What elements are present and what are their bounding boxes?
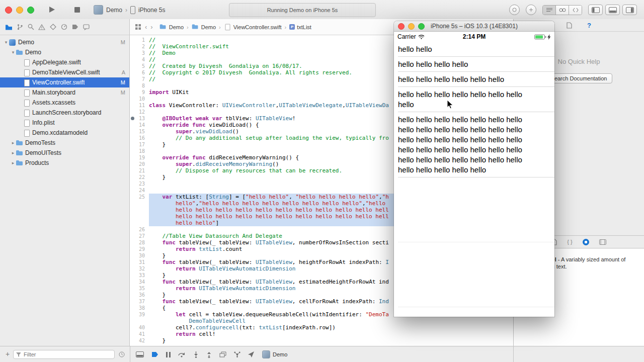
zoom-window-icon[interactable] bbox=[418, 23, 425, 30]
filter-input[interactable] bbox=[23, 351, 112, 358]
toggle-debug-button[interactable] bbox=[605, 5, 620, 15]
step-into-icon[interactable] bbox=[193, 351, 199, 358]
version-editor-button[interactable] bbox=[569, 6, 582, 15]
quick-help-inspector-icon[interactable]: ? bbox=[587, 22, 591, 29]
toggle-inspector-button[interactable] bbox=[622, 5, 637, 15]
breadcrumb-item[interactable]: Demo bbox=[192, 24, 216, 30]
dot-icon bbox=[529, 8, 533, 12]
table-cell[interactable]: hello hello hello hello hello hello hell… bbox=[394, 112, 554, 177]
cell-text: hello hello hello hello hello hello hell… bbox=[398, 135, 550, 145]
stop-button[interactable] bbox=[69, 4, 85, 15]
file-inspector-icon[interactable] bbox=[567, 22, 572, 29]
debug-navigator-icon[interactable] bbox=[60, 23, 68, 31]
go-back-button[interactable]: ‹ bbox=[145, 23, 147, 31]
breakpoints-toggle-icon[interactable] bbox=[151, 351, 158, 357]
toolbar-round-button-1[interactable] bbox=[509, 5, 520, 15]
chevron-right-icon: › bbox=[219, 24, 221, 30]
memory-graph-icon[interactable] bbox=[234, 351, 240, 357]
test-navigator-icon[interactable] bbox=[49, 23, 57, 31]
file-tree-row[interactable]: ViewController.swiftM bbox=[0, 77, 129, 87]
line-number: 24 bbox=[130, 187, 149, 194]
line-number: 2 bbox=[130, 43, 149, 50]
file-tree-row[interactable]: ▸DemoUITests bbox=[0, 148, 129, 158]
file-tree-row[interactable]: AppDelegate.swift bbox=[0, 57, 129, 67]
disclosure-triangle[interactable]: ▾ bbox=[10, 50, 16, 55]
zoom-window-icon[interactable] bbox=[27, 7, 34, 14]
debug-process-badge[interactable]: Demo bbox=[262, 350, 287, 358]
disclosure-triangle[interactable]: ▾ bbox=[3, 40, 9, 45]
code-line[interactable]: cell?.configurecell(txt: txtList[indexPa… bbox=[149, 324, 513, 331]
file-tree-row[interactable]: Demo.xcdatamodeld bbox=[0, 128, 129, 138]
issue-navigator-icon[interactable] bbox=[38, 23, 46, 31]
toolbar-round-button-2[interactable] bbox=[526, 5, 536, 15]
file-tree-row[interactable]: Main.storyboardM bbox=[0, 87, 129, 98]
file-icon bbox=[23, 59, 31, 66]
simulate-location-icon[interactable] bbox=[248, 351, 255, 357]
simulator-window[interactable]: iPhone 5s – iOS 10.3 (14E8301) Carrier 2… bbox=[394, 21, 554, 317]
code-snippet-library-icon[interactable]: { } bbox=[567, 239, 572, 245]
folder-icon bbox=[159, 24, 167, 30]
breadcrumb-item[interactable]: ViewController.swift bbox=[224, 24, 282, 30]
report-navigator-icon[interactable] bbox=[82, 23, 90, 31]
library-item-label[interactable]: Label - A variably sized amount of stati… bbox=[542, 256, 639, 270]
file-icon bbox=[23, 100, 31, 106]
code-line[interactable]: DemoTableViewCell bbox=[149, 318, 513, 324]
related-items-icon[interactable] bbox=[135, 24, 141, 30]
breadcrumb-item[interactable]: Demo bbox=[159, 24, 184, 30]
breadcrumb-item[interactable]: PtxtList bbox=[289, 24, 311, 30]
table-cell[interactable]: hello hello hello hello hello hello bbox=[394, 72, 554, 87]
file-name: AppDelegate.swift bbox=[32, 59, 81, 66]
toggle-navigator-button[interactable] bbox=[588, 5, 603, 15]
code-line[interactable]: return cell! bbox=[149, 331, 513, 337]
file-tree-row[interactable]: Info.plist bbox=[0, 118, 129, 128]
disclosure-triangle[interactable]: ▸ bbox=[10, 140, 16, 145]
hide-debug-area-icon[interactable] bbox=[136, 351, 144, 357]
search-documentation-button[interactable]: Search Documentation bbox=[546, 73, 612, 83]
file-tree-row[interactable]: ▸Products bbox=[0, 158, 129, 168]
minimize-window-icon[interactable] bbox=[16, 7, 23, 14]
cell-text: hello hello hello hello hello hello hell… bbox=[398, 145, 550, 155]
media-library-icon[interactable] bbox=[599, 239, 606, 245]
file-tree-row[interactable]: Assets.xcassets bbox=[0, 98, 129, 108]
navigator-panel-icon bbox=[592, 7, 600, 13]
file-tree-row[interactable]: LaunchScreen.storyboard bbox=[0, 108, 129, 118]
standard-editor-button[interactable] bbox=[543, 6, 555, 15]
editor-mode-control bbox=[542, 5, 582, 15]
scheme-name: Demo bbox=[106, 7, 122, 14]
step-out-icon[interactable] bbox=[206, 351, 212, 358]
object-library-icon[interactable] bbox=[583, 239, 589, 245]
scheme-selector[interactable]: Demo › iPhone 5s bbox=[94, 5, 165, 15]
window-controls[interactable] bbox=[5, 7, 34, 14]
run-button[interactable] bbox=[44, 4, 59, 15]
breakpoint-navigator-icon[interactable] bbox=[71, 23, 79, 31]
chevron-right-icon: › bbox=[285, 24, 287, 30]
mouse-cursor bbox=[447, 100, 454, 110]
file-tree-row[interactable]: ▾Demo bbox=[0, 47, 129, 57]
file-tree-row[interactable]: ▸DemoTests bbox=[0, 138, 129, 148]
source-control-navigator-icon[interactable] bbox=[16, 23, 24, 31]
assistant-editor-button[interactable] bbox=[555, 6, 569, 15]
line-number: 16 bbox=[130, 135, 149, 141]
table-cell[interactable]: hello hello bbox=[394, 42, 554, 57]
minimize-window-icon[interactable] bbox=[408, 23, 415, 30]
table-cell[interactable]: hello hello hello hello hello hello hell… bbox=[394, 87, 554, 112]
file-tree-row[interactable]: DemoTableViewCell.swiftA bbox=[0, 67, 129, 77]
recent-files-icon[interactable] bbox=[119, 351, 125, 357]
go-forward-button[interactable]: › bbox=[150, 23, 152, 31]
file-tree-row[interactable]: ▾DemoM bbox=[0, 37, 129, 47]
find-navigator-icon[interactable] bbox=[27, 23, 35, 31]
pause-icon[interactable] bbox=[166, 352, 171, 357]
code-line[interactable]: } bbox=[149, 337, 513, 344]
close-window-icon[interactable] bbox=[398, 23, 405, 30]
debug-view-hierarchy-icon[interactable] bbox=[219, 351, 226, 357]
add-button[interactable]: + bbox=[4, 349, 11, 358]
navigator-filter-field[interactable] bbox=[13, 350, 115, 359]
disclosure-triangle[interactable]: ▸ bbox=[10, 160, 16, 165]
disclosure-triangle[interactable]: ▸ bbox=[10, 150, 16, 155]
simulator-title-bar[interactable]: iPhone 5s – iOS 10.3 (14E8301) bbox=[394, 21, 554, 32]
table-cell[interactable]: hello hello hello hello bbox=[394, 57, 554, 72]
simulator-window-controls[interactable] bbox=[398, 23, 425, 30]
close-window-icon[interactable] bbox=[5, 7, 12, 14]
step-over-icon[interactable] bbox=[178, 351, 186, 357]
project-navigator-icon[interactable] bbox=[5, 23, 13, 31]
